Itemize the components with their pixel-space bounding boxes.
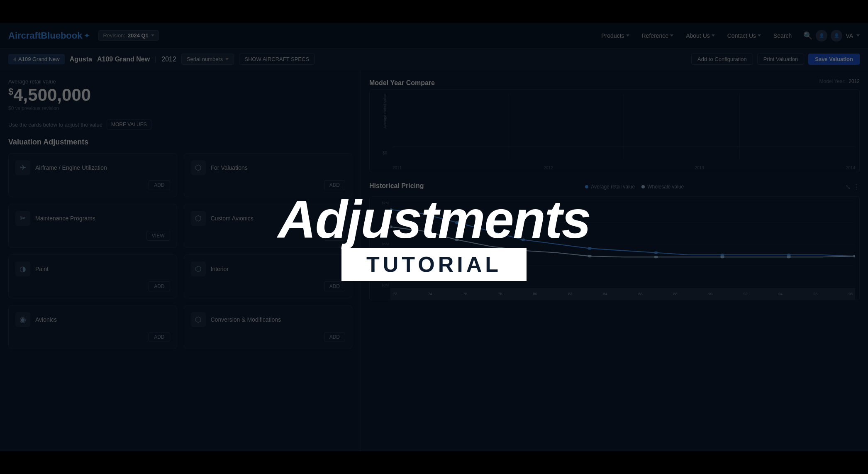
tutorial-subtitle-box: TUTORIAL [341, 248, 527, 281]
tutorial-badge: Adjustments TUTORIAL [278, 193, 590, 281]
tutorial-main-title: Adjustments [278, 193, 590, 246]
tutorial-overlay: Adjustments TUTORIAL [0, 0, 868, 474]
tutorial-subtitle: TUTORIAL [366, 252, 502, 277]
